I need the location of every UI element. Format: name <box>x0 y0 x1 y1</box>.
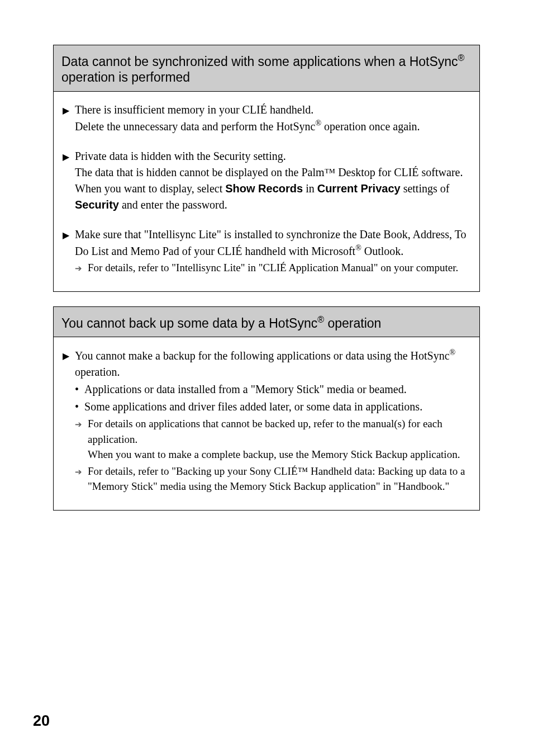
section1-title-part2: operation is performed <box>61 70 190 84</box>
section1-title-part1: Data cannot be synchronized with some ap… <box>61 54 458 69</box>
section-backup-issue: You cannot back up some data by a HotSyn… <box>53 306 480 511</box>
section-sync-issue: Data cannot be synchronized with some ap… <box>53 45 480 292</box>
arrow-right-icon: ➔ <box>75 466 82 479</box>
s2-a1-sub: When you want to make a complete backup,… <box>88 447 470 462</box>
section2-title-a: You cannot back up some data by a HotSyn… <box>61 316 317 330</box>
arrow-right-icon: ➔ <box>75 263 82 275</box>
section2-arrow2: ➔ For details, refer to "Backing up your… <box>75 464 470 494</box>
section2-item1: ▶ You cannot make a backup for the follo… <box>63 347 470 495</box>
s2-i1-sup: ® <box>450 348 456 357</box>
s2-a2-text: For details, refer to "Backing up your S… <box>88 464 470 494</box>
s1-i3-arrow-text: For details, refer to "Intellisync Lite"… <box>88 260 470 276</box>
section1-item3: ▶ Make sure that "Intellisync Lite" is i… <box>63 226 470 277</box>
triangle-bullet-icon: ▶ <box>63 104 69 117</box>
section2-bullet1: • Applications or data installed from a … <box>75 381 470 398</box>
s1-i1-l1: There is insufficient memory in your CLI… <box>75 103 313 116</box>
section1-item3-text: Make sure that "Intellisync Lite" is ins… <box>75 226 470 277</box>
section2-body: ▶ You cannot make a backup for the follo… <box>54 337 479 509</box>
section1-item2: ▶ Private data is hidden with the Securi… <box>63 148 470 213</box>
section1-title-sup: ® <box>458 53 465 63</box>
section2-item1-text: You cannot make a backup for the followi… <box>75 347 470 495</box>
s1-i2-l2c: settings of <box>401 182 450 195</box>
section2-arrow1: ➔ For details on applications that canno… <box>75 416 470 462</box>
s1-i1-l2b: operation once again. <box>321 120 420 133</box>
s1-i2-l2d: and enter the password. <box>119 199 227 211</box>
section1-item1: ▶ There is insufficient memory in your C… <box>63 102 470 135</box>
arrow-right-icon: ➔ <box>75 419 82 431</box>
s1-i2-bold1: Show Records <box>225 182 303 195</box>
section1-item2-text: Private data is hidden with the Security… <box>75 148 470 213</box>
s2-i1-l1a: You cannot make a backup for the followi… <box>75 349 450 362</box>
triangle-bullet-icon: ▶ <box>63 150 69 163</box>
triangle-bullet-icon: ▶ <box>63 229 69 242</box>
s1-i2-bold2: Current Privacy <box>317 182 401 195</box>
s1-i2-l2b: in <box>303 182 317 195</box>
s2-a1-main: For details on applications that cannot … <box>88 418 442 445</box>
s2-b2-text: Some applications and driver files added… <box>84 399 422 415</box>
section2-title-sup: ® <box>317 314 324 324</box>
page-container: Data cannot be synchronized with some ap… <box>0 0 533 756</box>
s1-i1-l2a: Delete the unnecessary data and perform … <box>75 120 315 133</box>
section1-heading: Data cannot be synchronized with some ap… <box>54 45 479 92</box>
section2-bullet2: • Some applications and driver files add… <box>75 399 470 415</box>
bullet-dot-icon: • <box>75 399 79 415</box>
s2-b1-text: Applications or data installed from a "M… <box>84 381 407 398</box>
section2-title-b: operation <box>324 316 381 330</box>
s1-i3-sup: ® <box>355 244 361 252</box>
s1-i3-l1b: Outlook. <box>361 244 404 257</box>
page-number: 20 <box>33 712 50 730</box>
section1-item1-text: There is insufficient memory in your CLI… <box>75 102 420 135</box>
s1-i3-l1a: Make sure that "Intellisync Lite" is ins… <box>75 228 467 257</box>
s1-i1-sup: ® <box>315 119 321 127</box>
s2-a1-text: For details on applications that cannot … <box>88 416 470 462</box>
section1-item3-arrow: ➔ For details, refer to "Intellisync Lit… <box>75 260 470 276</box>
section2-heading: You cannot back up some data by a HotSyn… <box>54 307 479 337</box>
bullet-dot-icon: • <box>75 381 79 398</box>
s1-i2-bold3: Security <box>75 199 119 211</box>
triangle-bullet-icon: ▶ <box>63 349 69 362</box>
s1-i2-l1: Private data is hidden with the Security… <box>75 150 286 162</box>
s2-i1-l1b: operation. <box>75 366 120 378</box>
section1-body: ▶ There is insufficient memory in your C… <box>54 92 479 291</box>
